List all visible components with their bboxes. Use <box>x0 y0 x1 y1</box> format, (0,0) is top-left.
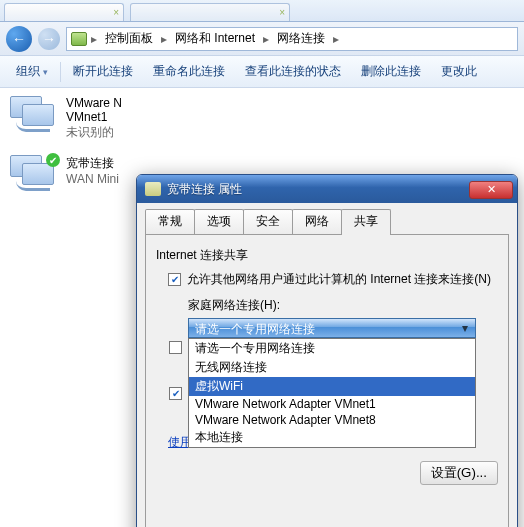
tab-options[interactable]: 选项 <box>194 209 244 234</box>
adapter-status: 未识别的 <box>66 124 122 141</box>
adapter-status: WAN Mini <box>66 172 119 186</box>
dropdown-item[interactable]: 本地连接 <box>189 428 475 447</box>
tab-panel-sharing: Internet 连接共享 允许其他网络用户通过此计算机的 Internet 连… <box>145 234 509 527</box>
chevron-right-icon[interactable]: ▸ <box>261 32 271 46</box>
browser-tab-strip: × × <box>0 0 524 22</box>
rename-button[interactable]: 重命名此连接 <box>143 59 235 84</box>
dialog-title: 宽带连接 属性 <box>167 181 469 198</box>
dropdown-item-checkbox[interactable] <box>169 341 182 354</box>
breadcrumb-segment[interactable]: 控制面板 <box>101 28 157 49</box>
dropdown-item[interactable]: VMware Network Adapter VMnet8 <box>189 412 475 428</box>
disconnect-button[interactable]: 断开此连接 <box>63 59 143 84</box>
address-bar: ← → ▸ 控制面板 ▸ 网络和 Internet ▸ 网络连接 ▸ <box>0 22 524 56</box>
adapter-icon: ✔ <box>10 155 58 195</box>
properties-dialog: 宽带连接 属性 ✕ 常规 选项 安全 网络 共享 Internet 连接共享 允… <box>136 174 518 527</box>
breadcrumb-segment[interactable]: 网络和 Internet <box>171 28 259 49</box>
organize-menu[interactable]: 组织 <box>6 59 58 84</box>
adapter-subtitle: VMnet1 <box>66 110 122 124</box>
change-button[interactable]: 更改此 <box>431 59 487 84</box>
allow-sharing-label: 允许其他网络用户通过此计算机的 Internet 连接来连接(N) <box>187 272 491 287</box>
dropdown-item[interactable]: 虚拟WiFi <box>189 377 475 396</box>
group-title: Internet 连接共享 <box>156 247 500 264</box>
dropdown-item[interactable]: 无线网络连接 <box>189 358 475 377</box>
chevron-right-icon[interactable]: ▸ <box>331 32 341 46</box>
settings-button[interactable]: 设置(G)... <box>420 461 498 485</box>
separator <box>60 62 61 82</box>
dropdown-list: 请选一个专用网络连接 无线网络连接 虚拟WiFi ✔ VMware Networ… <box>188 338 476 448</box>
close-icon[interactable]: × <box>113 7 119 18</box>
allow-sharing-checkbox[interactable] <box>168 273 181 286</box>
dropdown-item-checkbox[interactable]: ✔ <box>169 387 182 400</box>
adapter-title: 宽带连接 <box>66 155 119 172</box>
tab-sharing[interactable]: 共享 <box>341 209 391 235</box>
tab-general[interactable]: 常规 <box>145 209 195 234</box>
adapter-icon <box>10 96 58 136</box>
tab-strip: 常规 选项 安全 网络 共享 <box>137 203 517 234</box>
chevron-right-icon[interactable]: ▸ <box>89 32 99 46</box>
close-button[interactable]: ✕ <box>469 181 513 199</box>
network-folder-icon <box>71 32 87 46</box>
content-area: VMware N VMnet1 未识别的 ✔ 宽带连接 WAN Mini 宽带连… <box>0 88 524 217</box>
tab-security[interactable]: 安全 <box>243 209 293 234</box>
dropdown-selected-text: 请选一个专用网络连接 <box>195 322 315 336</box>
tab-network[interactable]: 网络 <box>292 209 342 234</box>
chevron-down-icon[interactable]: ▾ <box>457 321 473 335</box>
forward-button[interactable]: → <box>38 28 60 50</box>
dialog-titlebar[interactable]: 宽带连接 属性 ✕ <box>137 175 517 203</box>
breadcrumb-segment[interactable]: 网络连接 <box>273 28 329 49</box>
command-bar: 组织 断开此连接 重命名此连接 查看此连接的状态 删除此连接 更改此 <box>0 56 524 88</box>
home-network-label: 家庭网络连接(H): <box>188 297 500 314</box>
chevron-right-icon[interactable]: ▸ <box>159 32 169 46</box>
delete-button[interactable]: 删除此连接 <box>351 59 431 84</box>
network-adapter-item[interactable]: VMware N VMnet1 未识别的 <box>10 96 330 141</box>
close-icon[interactable]: × <box>279 7 285 18</box>
home-network-dropdown[interactable]: 请选一个专用网络连接 ▾ 请选一个专用网络连接 无线网络连接 虚拟WiFi ✔ … <box>188 318 476 338</box>
dialog-icon <box>145 182 161 196</box>
browser-tab[interactable]: × <box>4 3 124 21</box>
back-button[interactable]: ← <box>6 26 32 52</box>
breadcrumb[interactable]: ▸ 控制面板 ▸ 网络和 Internet ▸ 网络连接 ▸ <box>66 27 518 51</box>
dropdown-selected[interactable]: 请选一个专用网络连接 ▾ <box>188 318 476 338</box>
adapter-title: VMware N <box>66 96 122 110</box>
connected-badge-icon: ✔ <box>46 153 60 167</box>
dropdown-item[interactable]: VMware Network Adapter VMnet1 <box>189 396 475 412</box>
browser-tab[interactable]: × <box>130 3 290 21</box>
view-status-button[interactable]: 查看此连接的状态 <box>235 59 351 84</box>
dropdown-item[interactable]: 请选一个专用网络连接 <box>189 339 475 358</box>
